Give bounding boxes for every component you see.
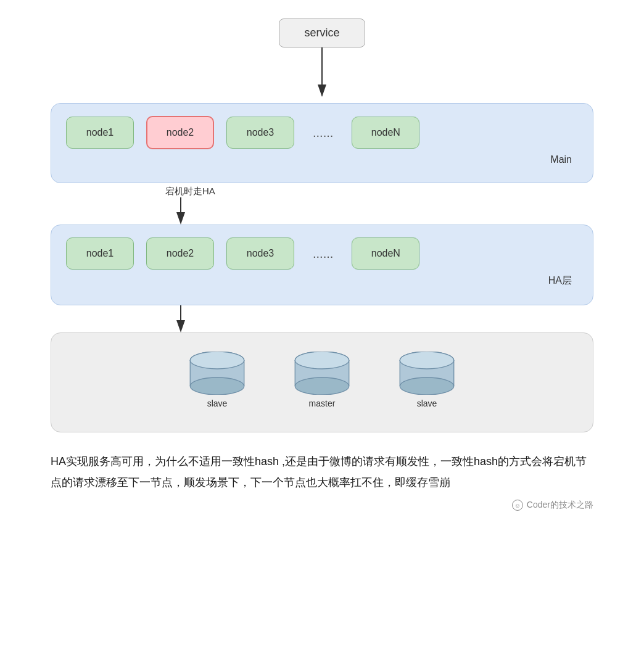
ha-cluster-panel: node1 node2 node3 ...... nodeN HA层 [51,225,593,305]
svg-point-10 [190,377,244,395]
ha-arrow-inner [165,197,196,225]
ha-node1: node1 [66,237,134,270]
description-section: HA实现服务高可用，为什么不适用一致性hash ,还是由于微博的请求有顺发性，一… [51,451,593,513]
service-label: service [304,27,339,39]
ha-cluster-label: HA层 [66,274,578,287]
watermark-text: Coder的技术之路 [527,497,593,513]
ha-node2: node2 [146,237,214,270]
db-arrow-inner [165,305,196,332]
ha-arrow-container: 宕机时走HA [51,183,593,225]
svg-point-16 [295,377,349,395]
service-box: service [279,19,365,47]
db-master: master [288,352,356,408]
down-arrow-svg-2 [176,305,186,332]
cylinder-svg-slave-right [393,352,461,395]
watermark-icon: ☺ [512,500,523,511]
diagram-container: service node1 node2 node3 ...... n [25,19,619,513]
db-slave-right: slave [393,352,461,408]
cylinder-svg-slave-left [183,352,251,395]
cylinder-slave-left [183,352,251,395]
ha-nodes-row: node1 node2 node3 ...... nodeN [66,237,578,270]
main-cluster-label: Main [66,154,578,165]
svg-point-11 [190,352,244,369]
description-text: HA实现服务高可用，为什么不适用一致性hash ,还是由于微博的请求有顺发性，一… [51,451,593,493]
main-nodes-row: node1 node2 node3 ...... nodeN [66,116,578,149]
svg-point-23 [400,352,454,369]
db-panel-inner: slave master [66,345,578,415]
db-arrow-container [51,305,593,332]
db-slave-right-label: slave [417,398,437,408]
ha-ellipsis: ...... [307,247,339,261]
db-slave-left: slave [183,352,251,408]
cylinder-slave-right [393,352,461,395]
main-nodeN: nodeN [352,117,419,149]
ha-nodeN: nodeN [352,237,419,270]
svg-point-22 [400,377,454,395]
watermark: ☺ Coder的技术之路 [51,497,593,513]
db-slave-left-label: slave [207,398,228,408]
main-node1: node1 [66,117,134,149]
down-arrow-svg-1 [176,197,186,225]
ha-node3: node3 [226,237,294,270]
main-cluster-panel: node1 node2 node3 ...... nodeN Main [51,103,593,183]
cylinder-master [288,352,356,395]
ha-arrow-label-row: 宕机时走HA [165,183,593,197]
curved-arrow-svg [260,47,384,103]
ha-label: 宕机时走HA [165,186,215,197]
svg-point-17 [295,352,349,369]
db-master-label: master [309,398,336,408]
main-node3: node3 [226,117,294,149]
cylinder-svg-master [288,352,356,395]
main-ellipsis: ...... [307,126,339,140]
db-cluster-panel: slave master [51,332,593,432]
main-node2-highlighted: node2 [146,116,214,149]
